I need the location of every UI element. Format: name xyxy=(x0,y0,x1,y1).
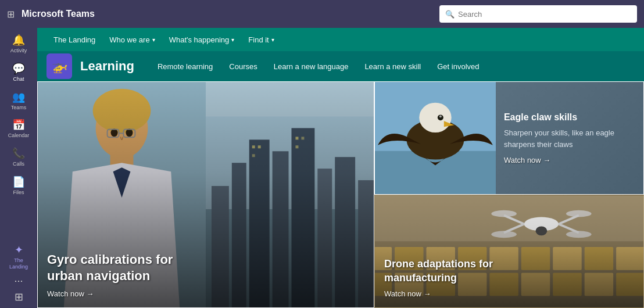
nav-item-who-we-are[interactable]: Who we are ▾ xyxy=(102,28,162,51)
learning-nav-skill[interactable]: Learn a new skill xyxy=(357,51,428,81)
sidebar-label-activity: Activity xyxy=(10,48,27,54)
drone-logo-icon: 🚁 xyxy=(52,59,67,74)
learning-title: Learning xyxy=(80,59,134,74)
app-title: Microsoft Teams xyxy=(22,9,95,19)
chevron-down-icon: ▾ xyxy=(271,37,274,43)
nav-item-the-landing[interactable]: The Landing xyxy=(46,28,102,51)
sidebar-item-teams[interactable]: 👥 Teams xyxy=(3,87,34,114)
sidebar-label-calls: Calls xyxy=(13,161,24,167)
learning-nav-remote[interactable]: Remote learning xyxy=(151,51,220,81)
card-drone-overlay: Drone adaptations for manufacturing Watc… xyxy=(375,195,643,307)
nav-item-whats-happening[interactable]: What's happening ▾ xyxy=(162,28,242,51)
learning-nav-language[interactable]: Learn a new language xyxy=(267,51,356,81)
card-drone[interactable]: Drone adaptations for manufacturing Watc… xyxy=(374,195,644,308)
calendar-icon: 📅 xyxy=(12,119,25,131)
eagle-subtitle2: Eagle claw skills xyxy=(504,111,635,124)
watch-now-drone[interactable]: Watch now → xyxy=(384,289,634,298)
nav-bar: The Landing Who we are ▾ What's happenin… xyxy=(37,28,644,51)
nav-item-find-it[interactable]: Find it ▾ xyxy=(241,28,281,51)
card-gyro[interactable]: Gyro calibrations for urban navigation W… xyxy=(37,81,374,308)
sidebar-label-landing: The Landing xyxy=(6,257,31,270)
chat-icon: 💬 xyxy=(12,62,25,75)
card-drone-title: Drone adaptations for manufacturing xyxy=(384,257,535,285)
svg-point-29 xyxy=(419,103,451,132)
eagle-image xyxy=(375,82,496,194)
learning-bar: 🚁 Learning Remote learning Courses Learn… xyxy=(37,51,644,81)
chevron-down-icon: ▾ xyxy=(231,37,234,43)
search-box: 🔍 xyxy=(439,5,637,23)
top-bar: ⊞ Microsoft Teams 🔍 xyxy=(0,0,644,28)
chevron-down-icon: ▾ xyxy=(152,37,155,43)
sidebar-label-calendar: Calendar xyxy=(8,132,30,139)
grid-icon[interactable]: ⊞ xyxy=(7,9,15,20)
sidebar-label-chat: Chat xyxy=(13,76,24,83)
eagle-description: Sharpen your skills, like an eagle sharp… xyxy=(504,127,635,150)
card-eagle[interactable]: Eagle claw skills Watch now → Eagle claw… xyxy=(374,81,644,195)
sidebar-item-activity[interactable]: 🔔 Activity xyxy=(3,30,34,58)
calls-icon: 📞 xyxy=(12,147,25,160)
sidebar-label-teams: Teams xyxy=(11,105,27,111)
sidebar-item-the-landing[interactable]: ✦ The Landing xyxy=(3,240,34,274)
learning-logo: 🚁 xyxy=(46,53,72,79)
learning-nav-involved[interactable]: Get involved xyxy=(430,51,486,81)
eagle-sharpen-panel: Eagle claw skills Sharpen your skills, l… xyxy=(496,82,643,194)
sidebar-item-calendar[interactable]: 📅 Calendar xyxy=(3,115,34,142)
content-area: The Landing Who we are ▾ What's happenin… xyxy=(37,28,644,308)
sidebar-label-files: Files xyxy=(13,189,24,196)
learning-nav-courses[interactable]: Courses xyxy=(222,51,264,81)
cards-grid: Gyro calibrations for urban navigation W… xyxy=(37,81,644,308)
card-gyro-overlay: Gyro calibrations for urban navigation W… xyxy=(38,82,374,307)
landing-icon: ✦ xyxy=(15,243,23,256)
apps-icon[interactable]: ⊞ xyxy=(15,291,23,303)
sidebar: 🔔 Activity 💬 Chat 👥 Teams 📅 Calendar 📞 C… xyxy=(0,28,37,308)
svg-point-31 xyxy=(439,115,442,117)
main-layout: 🔔 Activity 💬 Chat 👥 Teams 📅 Calendar 📞 C… xyxy=(0,28,644,308)
activity-icon: 🔔 xyxy=(12,34,25,46)
learning-nav: Remote learning Courses Learn a new lang… xyxy=(151,51,486,81)
search-input[interactable] xyxy=(458,10,631,19)
watch-now-gyro[interactable]: Watch now → xyxy=(47,289,364,298)
more-icon[interactable]: ··· xyxy=(14,275,23,287)
teams-icon: 👥 xyxy=(12,91,25,103)
watch-now-eagle2[interactable]: Watch now → xyxy=(504,156,550,164)
search-icon: 🔍 xyxy=(445,10,455,19)
sidebar-item-files[interactable]: 📄 Files xyxy=(3,172,34,199)
sidebar-item-chat[interactable]: 💬 Chat xyxy=(3,59,34,86)
card-gyro-title: Gyro calibrations for urban navigation xyxy=(47,252,198,285)
files-icon: 📄 xyxy=(12,176,25,188)
sidebar-item-calls[interactable]: 📞 Calls xyxy=(3,144,34,171)
